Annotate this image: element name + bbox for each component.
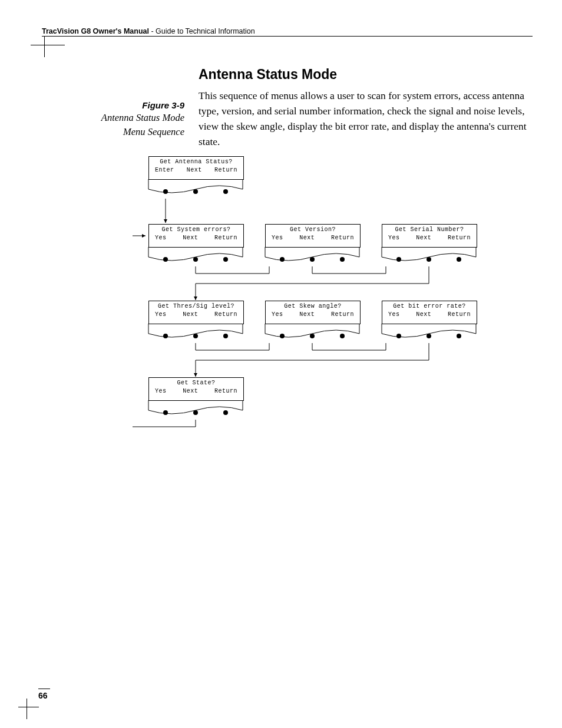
header-section: Guide to Technical Information [156,27,255,35]
panel-face [148,179,243,199]
section-body: This sequence of menus allows a user to … [199,88,534,149]
menu-title: Get bit error rate? [382,303,477,309]
page-number: 66 [38,689,50,700]
btn-yes: Yes [155,235,167,241]
btn-next: Next [299,235,315,241]
figure-caption: Figure 3-9 Antenna Status Mode Menu Sequ… [41,100,184,139]
knob-icon [396,334,401,338]
btn-return: Return [448,311,471,318]
menu-title: Get Version? [266,226,360,233]
knob-icon [457,257,461,262]
knob-icon [193,334,198,338]
knob-icon [280,334,285,338]
btn-enter: Enter [155,167,174,173]
knob-icon [310,334,315,338]
knob-icon [193,257,198,262]
btn-return: Return [331,311,354,318]
knob-icon [310,257,315,262]
menu-bit-error-rate: Get bit error rate? Yes Next Return [382,301,477,324]
btn-return: Return [331,235,354,241]
knob-icon [340,334,345,338]
menu-system-errors: Get System errors? Yes Next Return [148,224,244,248]
menu-sequence-diagram: Get Antenna Status? Enter Next Return Ge… [133,156,539,439]
knob-icon [340,257,345,262]
panel-face [265,323,360,343]
crop-mark-icon [18,699,39,719]
panel-face [148,400,243,420]
btn-next: Next [183,388,198,394]
knob-icon [163,189,168,194]
knob-icon [163,257,168,262]
knob-icon [396,257,401,262]
menu-title: Get System errors? [149,226,243,233]
knob-icon [163,334,168,338]
btn-yes: Yes [388,311,400,318]
btn-return: Return [214,167,237,173]
knob-icon [163,410,168,415]
btn-yes: Yes [155,388,167,394]
menu-thres-sig-level: Get Thres/Sig level? Yes Next Return [148,301,244,324]
panel-face [148,246,243,266]
knob-icon [223,334,228,338]
btn-next: Next [183,235,198,241]
page-header: TracVision G8 Owner's Manual - Guide to … [42,25,533,37]
btn-next: Next [183,311,198,318]
header-sep: - [149,27,156,35]
figure-title-line1: Antenna Status Mode [41,111,184,124]
btn-next: Next [416,311,431,318]
header-manual-name: TracVision G8 Owner's Manual [42,27,149,35]
knob-icon [280,257,285,262]
btn-next: Next [416,235,431,241]
menu-state: Get State? Yes Next Return [148,377,244,401]
menu-title: Get State? [149,380,243,386]
knob-icon [223,189,228,194]
menu-title: Get Thres/Sig level? [149,303,243,309]
figure-title-line2: Menu Sequence [41,126,184,139]
btn-yes: Yes [272,311,283,318]
menu-title: Get Antenna Status? [149,159,243,165]
crop-mark-icon [31,37,65,57]
menu-antenna-status: Get Antenna Status? Enter Next Return [148,156,244,180]
panel-face [265,246,360,266]
btn-return: Return [214,388,237,394]
menu-title: Get Serial Number? [382,226,477,233]
menu-skew-angle: Get Skew angle? Yes Next Return [265,301,361,324]
menu-serial-number: Get Serial Number? Yes Next Return [382,224,477,248]
panel-face [381,246,477,266]
btn-next: Next [299,311,315,318]
btn-yes: Yes [272,235,283,241]
btn-yes: Yes [155,311,167,318]
panel-face [381,323,477,343]
knob-icon [223,410,228,415]
btn-yes: Yes [388,235,400,241]
knob-icon [193,410,198,415]
section-heading: Antenna Status Mode [199,67,337,83]
btn-return: Return [214,235,237,241]
btn-return: Return [448,235,471,241]
btn-next: Next [187,167,202,173]
menu-version: Get Version? Yes Next Return [265,224,361,248]
knob-icon [457,334,461,338]
panel-face [148,323,243,343]
menu-title: Get Skew angle? [266,303,360,309]
figure-number: Figure 3-9 [41,100,184,110]
btn-return: Return [214,311,237,318]
knob-icon [223,257,228,262]
knob-icon [427,334,431,338]
knob-icon [427,257,431,262]
knob-icon [193,189,198,194]
